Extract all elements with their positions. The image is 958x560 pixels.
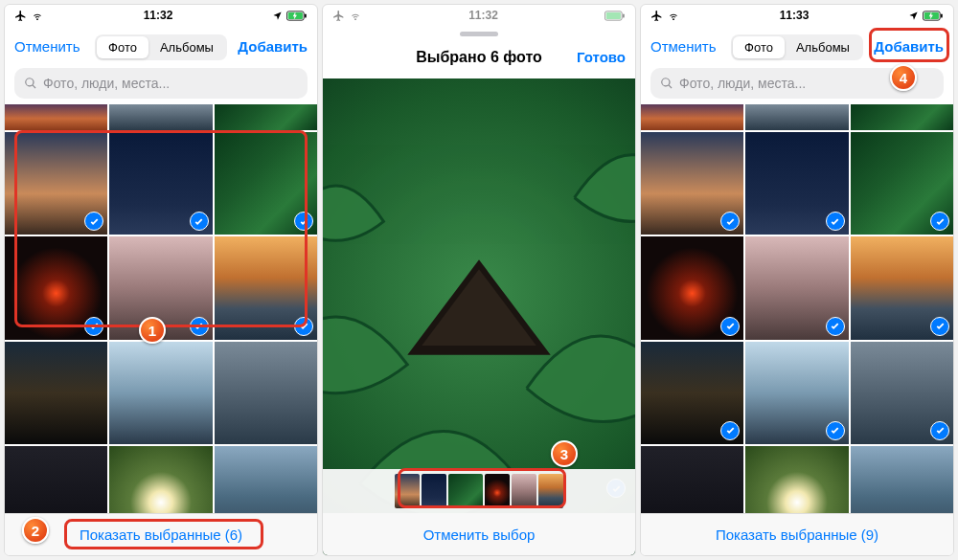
- wifi-icon: [31, 11, 44, 21]
- filmstrip-thumb[interactable]: [422, 474, 446, 508]
- status-time: 11:33: [780, 9, 810, 22]
- done-button[interactable]: Готово: [577, 49, 626, 65]
- photo-thumb[interactable]: [215, 342, 317, 444]
- segmented-control[interactable]: Фото Альбомы: [731, 34, 863, 60]
- search-bar[interactable]: [14, 68, 308, 99]
- photo-grid: [5, 104, 317, 513]
- nav-bar: Отменить Фото Альбомы Добавить: [5, 26, 317, 68]
- location-icon: [272, 11, 283, 21]
- selected-check-icon: [826, 421, 845, 440]
- selected-check-icon: [190, 317, 209, 336]
- photo-thumb[interactable]: [109, 104, 212, 130]
- selected-check-icon: [930, 421, 949, 440]
- seg-albums[interactable]: Альбомы: [785, 36, 861, 58]
- photo-thumb[interactable]: [851, 236, 953, 339]
- wifi-icon: [349, 11, 362, 21]
- selected-check-icon: [294, 317, 313, 336]
- bottom-bar: Отменить выбор: [323, 513, 635, 555]
- preview-title: Выбрано 6 фото: [416, 49, 542, 66]
- search-bar[interactable]: [650, 68, 944, 99]
- photo-thumb[interactable]: [5, 236, 107, 339]
- filmstrip-thumb[interactable]: [512, 474, 536, 508]
- add-button[interactable]: Добавить: [238, 38, 308, 55]
- photo-thumb[interactable]: [641, 236, 743, 339]
- photo-thumb[interactable]: [641, 342, 743, 444]
- location-icon: [908, 11, 919, 21]
- show-selected-button[interactable]: Показать выбранные (6): [80, 526, 242, 543]
- bottom-bar: Показать выбранные (6): [5, 513, 317, 555]
- photo-thumb[interactable]: [745, 446, 848, 513]
- status-bar: 11:32: [5, 5, 317, 26]
- svg-rect-2: [305, 13, 307, 17]
- search-input[interactable]: [43, 76, 298, 91]
- photo-thumb[interactable]: [851, 446, 953, 513]
- selected-check-icon: [84, 317, 103, 336]
- cancel-button[interactable]: Отменить: [650, 38, 717, 55]
- svg-rect-11: [941, 13, 943, 17]
- status-time: 11:32: [144, 9, 173, 22]
- filmstrip: [323, 469, 635, 513]
- search-icon: [660, 77, 673, 90]
- add-button[interactable]: Добавить: [874, 38, 944, 55]
- photo-thumb[interactable]: [5, 132, 107, 235]
- photo-thumb[interactable]: [5, 446, 107, 513]
- photo-thumb[interactable]: [745, 104, 848, 130]
- status-time: 11:32: [468, 9, 498, 22]
- photo-thumb[interactable]: [745, 342, 848, 444]
- photo-thumb[interactable]: [641, 446, 743, 513]
- svg-rect-4: [606, 12, 621, 19]
- photo-thumb[interactable]: [109, 236, 212, 339]
- search-input[interactable]: [679, 76, 934, 91]
- airplane-mode-icon: [650, 10, 663, 22]
- photo-thumb[interactable]: [109, 132, 212, 235]
- selected-check-icon: [826, 212, 845, 231]
- status-bar: 11:32: [323, 5, 635, 26]
- status-bar: 11:33: [641, 5, 953, 26]
- photo-thumb[interactable]: [215, 104, 317, 130]
- filmstrip-thumb[interactable]: [538, 474, 563, 508]
- wifi-icon: [667, 11, 680, 21]
- segmented-control[interactable]: Фото Альбомы: [95, 34, 227, 60]
- photo-thumb[interactable]: [215, 236, 317, 339]
- photo-thumb[interactable]: [745, 132, 848, 235]
- photo-thumb[interactable]: [215, 446, 317, 513]
- photo-thumb[interactable]: [5, 104, 107, 130]
- preview-area[interactable]: Отменить выбор: [323, 78, 635, 555]
- photo-thumb[interactable]: [641, 104, 743, 130]
- filmstrip-thumb[interactable]: [395, 474, 420, 508]
- screen-1-photo-picker: 11:32 Отменить Фото Альбомы Добавить: [4, 4, 318, 556]
- cancel-selection-button[interactable]: Отменить выбор: [423, 526, 536, 543]
- svg-rect-5: [623, 13, 625, 17]
- photo-thumb[interactable]: [745, 236, 848, 339]
- show-selected-button[interactable]: Показать выбранные (9): [716, 526, 878, 543]
- battery-icon: [604, 11, 626, 21]
- search-icon: [24, 77, 37, 90]
- photo-thumb[interactable]: [109, 446, 212, 513]
- photo-thumb[interactable]: [5, 342, 107, 444]
- photo-thumb[interactable]: [109, 342, 212, 444]
- nav-bar: Отменить Фото Альбомы Добавить: [641, 26, 953, 68]
- photo-thumb[interactable]: [641, 132, 743, 235]
- filmstrip-thumb[interactable]: [485, 474, 510, 508]
- filmstrip-thumb-current[interactable]: [448, 474, 483, 508]
- photo-grid: [641, 104, 953, 513]
- photo-thumb[interactable]: [215, 132, 317, 235]
- seg-photos[interactable]: Фото: [733, 36, 785, 58]
- photo-thumb[interactable]: [851, 342, 953, 444]
- airplane-mode-icon: [332, 10, 345, 22]
- selected-check-icon: [826, 317, 845, 336]
- selected-check-icon: [720, 317, 740, 336]
- cancel-button[interactable]: Отменить: [14, 38, 80, 55]
- bottom-bar: Показать выбранные (9): [641, 513, 953, 555]
- selected-check-icon: [190, 212, 209, 231]
- battery-icon: [286, 11, 308, 21]
- selected-check-icon: [930, 317, 949, 336]
- photo-thumb[interactable]: [851, 104, 953, 130]
- seg-photos[interactable]: Фото: [97, 36, 148, 58]
- nav-bar: Выбрано 6 фото Готово: [323, 36, 635, 78]
- airplane-mode-icon: [14, 10, 27, 22]
- photo-thumb[interactable]: [851, 132, 953, 235]
- seg-albums[interactable]: Альбомы: [148, 36, 225, 58]
- screen-2-preview: 11:32 Выбрано 6 фото Готово: [322, 4, 636, 556]
- screen-3-photo-picker: 11:33 Отменить Фото Альбомы Добавить: [640, 4, 954, 556]
